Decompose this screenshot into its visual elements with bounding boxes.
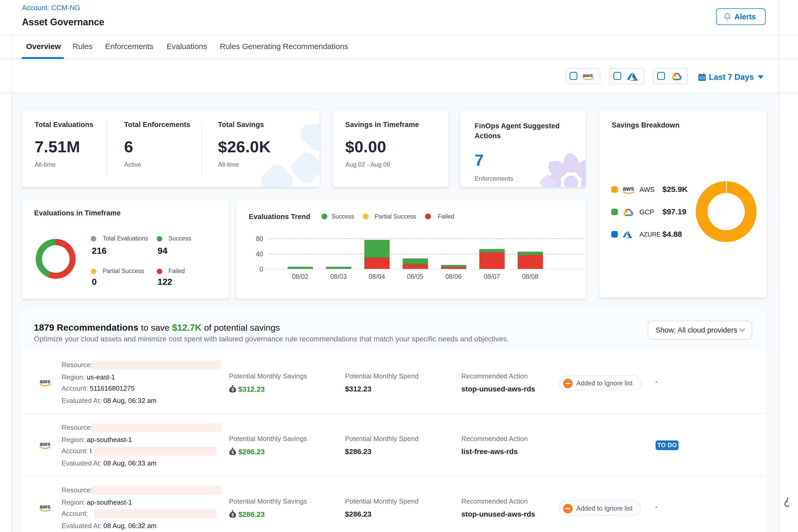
svg-text:aws: aws xyxy=(40,378,51,385)
svg-text:aws: aws xyxy=(40,441,51,447)
svg-text:$: $ xyxy=(231,512,234,517)
svg-text:$: $ xyxy=(231,450,234,455)
svg-text:aws: aws xyxy=(40,503,51,510)
svg-text:$: $ xyxy=(231,387,234,392)
svg-text:aws: aws xyxy=(583,72,593,78)
svg-text:aws: aws xyxy=(623,185,634,192)
